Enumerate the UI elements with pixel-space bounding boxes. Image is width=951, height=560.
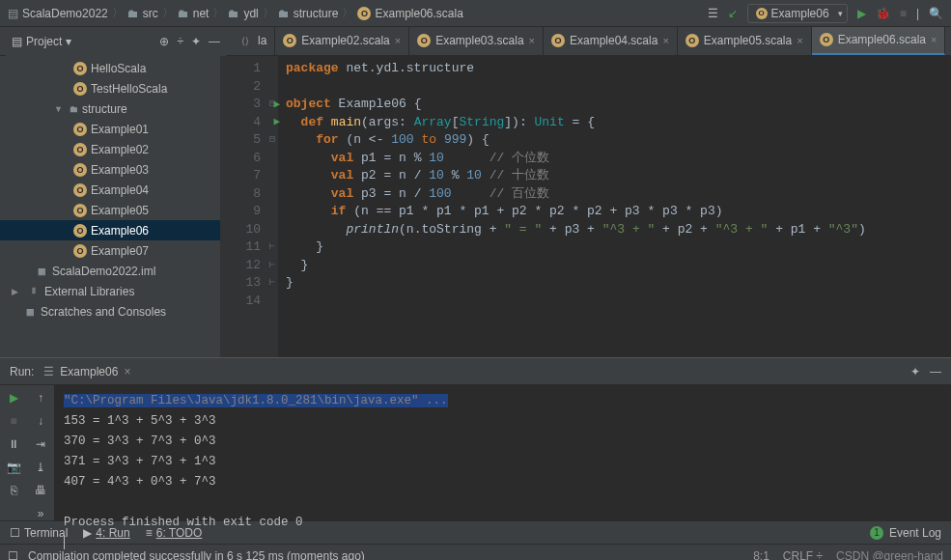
tree-item[interactable]: OExample03 <box>0 159 220 180</box>
up-icon[interactable]: ↑ <box>38 391 43 405</box>
tree-item[interactable]: OExample01 <box>0 119 220 139</box>
project-tool-label[interactable]: ▤ Project ▾ <box>12 35 71 48</box>
collapse-icon[interactable]: ÷ <box>177 35 183 48</box>
close-icon[interactable]: × <box>529 35 535 46</box>
tree-item[interactable]: OExample07 <box>0 240 220 261</box>
top-actions: ☰ ↙ O Example06 ▶ 🐞 ■ | 🔍 <box>708 4 943 23</box>
settings-icon[interactable]: ✦ <box>191 35 201 48</box>
file-icon: O <box>357 7 371 20</box>
tab-2[interactable]: OExample03.scala× <box>409 27 544 55</box>
run-tab[interactable]: ☰Example06× <box>43 365 130 378</box>
run-settings-icon[interactable]: ✦ <box>910 365 920 378</box>
bc-0[interactable]: ScalaDemo2022 <box>22 7 108 20</box>
tree-item[interactable]: OTestHelloScala <box>0 78 220 98</box>
nav-back-icon[interactable]: ☰ <box>708 7 718 20</box>
terminal-tab[interactable]: ☐ Terminal <box>10 526 68 540</box>
project-tree: OHelloScala OTestHelloScala ▼🖿structure … <box>0 56 220 357</box>
run-panel-header: Run: ☰Example06× ✦ — <box>0 358 951 385</box>
editor: 1234567891011121314 ▶ ▶ ⊟⊟⊢⊢⊢ package ne… <box>220 56 951 357</box>
rerun-icon[interactable]: ▶ <box>10 391 18 405</box>
line-separator[interactable]: CRLF ÷ <box>783 549 823 561</box>
event-log-tab[interactable]: Event Log <box>889 526 941 540</box>
run-title: Run: <box>10 365 34 378</box>
run-tool-column: ▶ ■ ⏸ 📷 ⎘ <box>0 385 27 520</box>
gutter-run-icon[interactable]: ▶ <box>273 113 280 131</box>
tree-item[interactable]: ▦ScalaDemo2022.iml <box>0 261 220 281</box>
tab-1[interactable]: OExample02.scala× <box>275 27 409 55</box>
dump-icon[interactable]: 📷 <box>7 461 21 474</box>
tree-item[interactable]: OHelloScala <box>0 58 220 78</box>
tree-item[interactable]: OExample04 <box>0 180 220 200</box>
bc-2[interactable]: net <box>193 7 210 20</box>
gutter-run-icon[interactable]: ▶ <box>273 96 280 114</box>
run-config-selector[interactable]: O Example06 <box>747 4 848 23</box>
search-icon[interactable]: 🔍 <box>929 7 943 20</box>
exit-icon[interactable]: ⎘ <box>11 484 17 497</box>
hide-icon[interactable]: — <box>930 365 941 378</box>
run-tool-column-2: ↑ ↓ ⇥ ⤓ 🖶 » <box>27 385 54 520</box>
event-badge: 1 <box>870 526 883 540</box>
sync-icon[interactable]: ↙ <box>728 7 738 20</box>
print-icon[interactable]: 🖶 <box>35 484 46 497</box>
console-output[interactable]: "C:\Program Files\Java\jdk1.8.0_281\bin\… <box>54 385 951 520</box>
debug-button-icon[interactable]: 🐞 <box>876 7 890 20</box>
watermark: CSDN @green-hand <box>836 549 943 561</box>
more-icon[interactable]: » <box>38 507 44 520</box>
wrap-icon[interactable]: ⇥ <box>36 437 45 451</box>
bc-5[interactable]: Example06.scala <box>375 7 462 20</box>
scroll-icon[interactable]: ⤓ <box>36 461 45 474</box>
status-message: Compilation completed successfully in 6 … <box>28 549 365 561</box>
hide-icon[interactable]: — <box>209 35 220 48</box>
project-icon: ▤ <box>8 7 18 20</box>
close-icon[interactable]: × <box>395 35 401 46</box>
bc-4[interactable]: structure <box>294 7 339 20</box>
down-icon[interactable]: ↓ <box>38 414 43 428</box>
stop-icon[interactable]: ■ <box>10 414 16 428</box>
tree-item[interactable]: OExample05 <box>0 200 220 220</box>
build-indicator-icon[interactable]: ☐ <box>8 549 18 561</box>
pause-icon[interactable]: ⏸ <box>8 437 19 451</box>
tree-item[interactable]: ▼🖿structure <box>0 98 220 119</box>
tab-0[interactable]: ⟨⟩la <box>234 27 275 55</box>
close-icon[interactable]: × <box>662 35 668 46</box>
tab-3[interactable]: OExample04.scala× <box>544 27 678 55</box>
select-opened-icon[interactable]: ⊕ <box>159 35 169 48</box>
breadcrumb: ▤ ScalaDemo2022〉 🖿src〉 🖿net〉 🖿ydl〉 🖿stru… <box>8 5 708 21</box>
run-button-icon[interactable]: ▶ <box>857 7 866 20</box>
tree-item[interactable]: ▶⫴External Libraries <box>0 281 220 301</box>
breadcrumb-bar: ▤ ScalaDemo2022〉 🖿src〉 🖿net〉 🖿ydl〉 🖿stru… <box>0 0 951 27</box>
todo-tab[interactable]: ≡ 6: TODO <box>146 526 203 540</box>
stop-button-icon[interactable]: ■ <box>900 7 907 20</box>
close-icon[interactable]: × <box>931 34 937 45</box>
close-icon[interactable]: × <box>797 35 802 46</box>
editor-tabs: ⟨⟩la OExample02.scala× OExample03.scala×… <box>234 27 945 56</box>
tree-item[interactable]: ▦Scratches and Consoles <box>0 301 220 322</box>
code-area[interactable]: package net.ydl.structure object Example… <box>278 56 951 357</box>
tree-item-selected[interactable]: OExample06 <box>0 220 220 240</box>
run-tab[interactable]: ▶ 4: Run <box>83 526 129 540</box>
tab-5[interactable]: OExample06.scala× <box>812 27 945 55</box>
tree-item[interactable]: OExample02 <box>0 139 220 159</box>
tab-4[interactable]: OExample05.scala× <box>678 27 812 55</box>
bc-3[interactable]: ydl <box>243 7 258 20</box>
gutter: 1234567891011121314 ▶ ▶ <box>220 56 266 357</box>
project-toolbar: ▤ Project ▾ ⊕ ÷ ✦ — ⟨⟩la OExample02.scal… <box>0 27 951 56</box>
bc-1[interactable]: src <box>143 7 158 20</box>
caret-position[interactable]: 8:1 <box>753 549 769 561</box>
